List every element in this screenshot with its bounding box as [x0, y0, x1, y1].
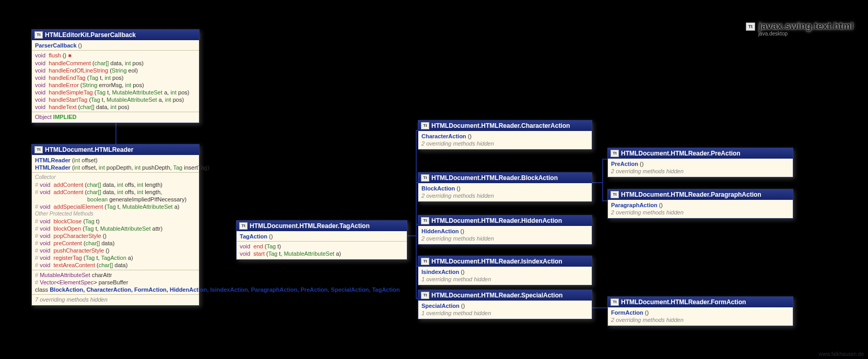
class-box-form-action: TtHTMLDocument.HTMLReader.FormAction For… [607, 296, 793, 326]
class-title: HTMLDocument.HTMLReader.HiddenAction [431, 217, 562, 224]
class-title: HTMLDocument.HTMLReader.IsindexAction [431, 258, 562, 265]
package-title: Tt javax.swing.text.html java.desktop [746, 21, 853, 37]
package-name: javax.swing.text.html [759, 21, 853, 31]
class-box-parser-callback: Tt HTMLEditorKit.ParserCallback ParserCa… [31, 29, 200, 123]
class-title: HTMLDocument.HTMLReader.TagAction [250, 222, 370, 230]
class-box-tag-action: TtHTMLDocument.HTMLReader.TagAction TagA… [236, 220, 407, 260]
class-icon: Tt [421, 122, 429, 129]
class-title: HTMLEditorKit.ParserCallback [45, 31, 136, 39]
class-box-pre-action: TtHTMLDocument.HTMLReader.PreAction PreA… [607, 148, 793, 177]
class-icon: Tt [421, 292, 429, 299]
class-box-special-action: TtHTMLDocument.HTMLReader.SpecialAction … [418, 290, 592, 319]
package-module: java.desktop [758, 31, 853, 37]
class-icon: Tt [34, 31, 43, 39]
class-icon: Tt [34, 146, 43, 153]
class-title: HTMLDocument.HTMLReader [45, 146, 133, 153]
class-title: HTMLDocument.HTMLReader.ParagraphAction [621, 191, 761, 198]
class-box-hidden-action: TtHTMLDocument.HTMLReader.HiddenAction H… [418, 215, 592, 245]
class-icon: Tt [421, 174, 429, 182]
class-icon: Tt [421, 258, 429, 265]
class-icon: Tt [239, 222, 248, 230]
package-icon: Tt [746, 22, 755, 31]
class-title: HTMLDocument.HTMLReader.BlockAction [431, 174, 558, 182]
class-title: HTMLDocument.HTMLReader.CharacterAction [431, 122, 570, 129]
watermark: www.falkhausen.de [819, 351, 864, 357]
class-title: HTMLDocument.HTMLReader.SpecialAction [431, 292, 562, 299]
class-title: HTMLDocument.HTMLReader.FormAction [621, 298, 746, 306]
class-icon: Tt [421, 217, 429, 224]
class-icon: Tt [611, 150, 619, 157]
box-body: ParserCallback () void flush () ✱ void h… [32, 40, 199, 123]
class-icon: Tt [611, 298, 619, 306]
box-header: Tt HTMLEditorKit.ParserCallback [32, 30, 199, 40]
class-box-character-action: TtHTMLDocument.HTMLReader.CharacterActio… [418, 120, 592, 150]
class-box-block-action: TtHTMLDocument.HTMLReader.BlockAction Bl… [418, 172, 592, 202]
box-header: Tt HTMLDocument.HTMLReader [32, 145, 199, 155]
constructor: ParserCallback [35, 42, 77, 49]
class-title: HTMLDocument.HTMLReader.PreAction [621, 150, 741, 157]
class-box-html-reader: Tt HTMLDocument.HTMLReader HTMLReader (i… [31, 144, 200, 306]
class-box-isindex-action: TtHTMLDocument.HTMLReader.IsindexAction … [418, 256, 592, 285]
class-box-paragraph-action: TtHTMLDocument.HTMLReader.ParagraphActio… [607, 189, 793, 219]
box-body: HTMLReader (int offset) HTMLReader (int … [32, 155, 199, 305]
class-icon: Tt [611, 191, 619, 198]
